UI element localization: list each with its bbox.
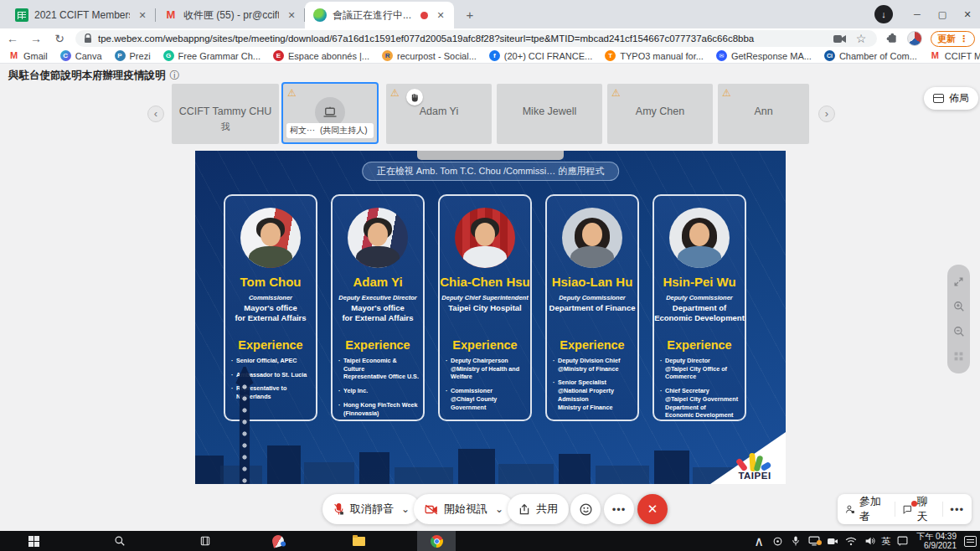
layout-button[interactable]: 佈局 [924, 87, 978, 110]
participant-name: Mike Jewell [497, 106, 602, 117]
tray-webex-icon[interactable] [771, 536, 784, 547]
tab-close-icon[interactable]: ✕ [285, 8, 298, 22]
bookmarks-bar: MGmail CCanva PPrezi GFree Grammar Ch...… [0, 49, 980, 64]
action-center-icon[interactable] [964, 536, 977, 547]
extensions-puzzle-icon[interactable] [885, 32, 899, 45]
url-text[interactable]: tpe.webex.com/webappng/sites/tpe/meeting… [98, 33, 828, 44]
person-title: Deputy Commissioner [654, 294, 745, 301]
unmute-options-chevron-icon[interactable]: ⌄ [401, 503, 410, 515]
participant-name: CCIFT Tammy CHU [172, 106, 279, 117]
ime-language-indicator[interactable]: 英 [881, 535, 890, 548]
download-button[interactable]: ↓ [874, 5, 893, 23]
shared-screen-content: 正在檢視 Amb. Tom T.C. Chou /Commissi… 的應用程式… [195, 151, 786, 484]
tab-spreadsheet[interactable]: 2021 CCIFT Membership Status ✕ [7, 2, 156, 28]
reload-button[interactable]: ↻ [52, 32, 67, 45]
participants-button[interactable]: 參加者 [838, 494, 895, 524]
participant-self-label: 我 [172, 121, 279, 133]
participant-tile-mike[interactable]: Mike Jewell [497, 84, 602, 144]
bookmark-gmail[interactable]: MGmail [8, 50, 48, 61]
new-tab-button[interactable]: + [459, 4, 481, 26]
tray-wifi-icon[interactable] [844, 537, 858, 546]
bookmark-favicon-icon: ✉ [716, 50, 727, 61]
profile-photo [240, 208, 301, 268]
chat-button[interactable]: 聊天 [895, 494, 943, 524]
participant-tile-cohost-selected[interactable]: ⚠ 柯文··· (共同主持人) [281, 82, 379, 144]
participant-tile-ann[interactable]: ⚠ Ann [718, 84, 809, 144]
bookmark-grammar[interactable]: GFree Grammar Ch... [163, 50, 260, 61]
tray-active-dot [817, 540, 822, 545]
share-button[interactable]: 共用 [508, 494, 569, 524]
tab-webex-meeting[interactable]: 會議正在進行中... ✕ [305, 2, 454, 28]
maximize-button[interactable]: ▢ [930, 0, 955, 28]
chrome-update-button[interactable]: 更新 ⋮ [931, 31, 975, 47]
taskbar-clock[interactable]: 下午 04:39 6/9/2021 [914, 532, 959, 550]
person-title: Commissioner [225, 294, 316, 301]
minimize-button[interactable]: ─ [905, 0, 930, 28]
strip-scroll-right-button[interactable]: › [818, 106, 835, 122]
browser-tab-strip: 2021 CCIFT Membership Status ✕ M 收件匣 (55… [0, 0, 980, 28]
address-bar[interactable]: tpe.webex.com/webappng/sites/tpe/meeting… [75, 30, 877, 47]
bookmark-canva[interactable]: CCanva [60, 50, 102, 61]
taskbar-search-button[interactable] [107, 531, 132, 551]
chat-notification-dot [911, 501, 917, 507]
bookmark-espace[interactable]: EEspace abonnés |... [273, 50, 369, 61]
bookmark-cci-france[interactable]: f(20+) CCI FRANCE... [489, 50, 592, 61]
start-video-button[interactable]: 開始視訊 ⌄ [414, 494, 514, 524]
unmute-button[interactable]: 取消靜音 ⌄ [322, 494, 420, 524]
zoom-in-icon[interactable] [953, 301, 965, 312]
tray-microphone-icon[interactable] [789, 535, 802, 547]
bookmark-label: Chamber of Com... [839, 51, 917, 61]
zoom-out-icon[interactable] [953, 326, 965, 337]
forward-button[interactable]: → [28, 32, 44, 45]
fit-grid-icon[interactable] [953, 351, 964, 362]
experience-heading: Experience [440, 338, 530, 352]
bookmark-typo3[interactable]: TTYPO3 manual for... [605, 50, 704, 61]
bookmark-star-icon[interactable]: ☆ [854, 32, 869, 45]
bookmark-ccift-mail[interactable]: MCCIFT Mail [930, 50, 980, 61]
participant-tile-adam[interactable]: ⚠ Adam Yi [386, 84, 492, 144]
pinned-app-button[interactable] [266, 531, 291, 551]
share-label: 共用 [536, 502, 558, 517]
tab-close-icon[interactable]: ✕ [136, 8, 149, 22]
expand-icon[interactable] [953, 276, 964, 287]
tab-camera-icon[interactable] [833, 34, 846, 44]
close-window-button[interactable]: ✕ [955, 0, 980, 28]
tray-expand-icon[interactable]: ∧ [752, 533, 766, 549]
strip-scroll-left-button[interactable]: ‹ [147, 106, 164, 122]
participant-tile-amy[interactable]: ⚠ Amy Chen [607, 84, 713, 144]
chrome-taskbar-button[interactable] [424, 531, 449, 551]
tray-touch-keyboard-icon[interactable] [895, 536, 909, 546]
tab-gmail[interactable]: M 收件匣 (55) - pr@ccift.org.tw - C ✕ [156, 2, 305, 28]
bookmark-prezi[interactable]: PPrezi [115, 50, 151, 61]
tray-camera-icon[interactable] [826, 537, 839, 546]
participant-tile-tammy[interactable]: CCIFT Tammy CHU 我 [172, 84, 279, 144]
tab-close-icon[interactable]: ✕ [434, 8, 447, 22]
browser-menu-icon[interactable]: ⋮ [959, 33, 968, 44]
microphone-muted-icon [333, 502, 344, 516]
bookmark-getresponse[interactable]: ✉GetResponse MA... [716, 50, 812, 61]
tray-screenshare-icon[interactable] [807, 536, 821, 546]
more-options-button[interactable]: ••• [604, 494, 634, 524]
back-button[interactable]: ← [5, 32, 20, 45]
participant-name: Amy Chen [607, 106, 713, 117]
layout-grid-icon [933, 94, 944, 103]
info-icon[interactable]: ⓘ [170, 69, 180, 83]
warning-icon: ⚠ [390, 87, 400, 99]
person-name: Hsin-Pei Wu [654, 275, 745, 289]
file-explorer-button[interactable] [346, 531, 371, 551]
experience-item: Deputy Director @Taipei City Office of C… [660, 357, 740, 381]
tray-volume-icon[interactable] [863, 536, 876, 546]
profile-photo [455, 208, 515, 268]
cohost-role-label: (共同主持人) [320, 125, 368, 136]
bookmark-label: Gmail [23, 51, 48, 61]
video-options-chevron-icon[interactable]: ⌄ [495, 503, 503, 515]
bookmark-recurpost[interactable]: Rrecurpost - Social... [382, 50, 477, 61]
experience-item: Deputy Division Chief @Ministry of Finan… [553, 357, 633, 373]
more-panels-button[interactable]: ••• [942, 494, 972, 524]
reactions-button[interactable] [570, 494, 601, 524]
bookmark-chamber[interactable]: CiChamber of Com... [824, 50, 917, 61]
leave-meeting-button[interactable]: ✕ [637, 494, 668, 524]
start-button[interactable] [21, 531, 46, 551]
task-view-button[interactable] [193, 531, 218, 551]
profile-avatar[interactable] [907, 31, 922, 46]
